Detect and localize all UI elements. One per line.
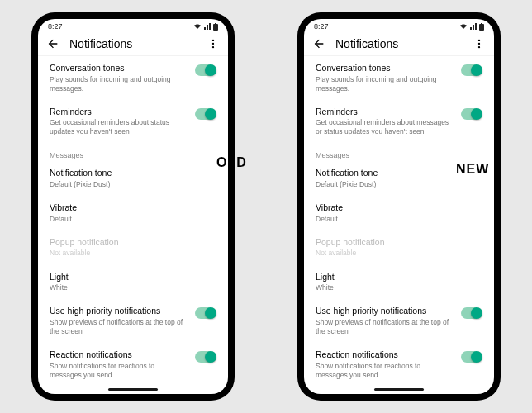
status-bar: 8:27 bbox=[38, 19, 228, 32]
status-time: 8:27 bbox=[48, 22, 63, 31]
row-subtitle: Show previews of notifications at the to… bbox=[50, 318, 188, 336]
row-subtitle: White bbox=[50, 283, 210, 292]
row-title: Vibrate bbox=[316, 202, 476, 214]
row-subtitle: Show previews of notifications at the to… bbox=[316, 318, 454, 336]
svg-rect-1 bbox=[215, 23, 216, 24]
section-header-messages: Messages bbox=[50, 143, 216, 161]
toggle-reminders[interactable] bbox=[195, 108, 216, 120]
status-icons bbox=[459, 23, 484, 31]
row-light[interactable]: LightWhite bbox=[316, 265, 482, 300]
svg-point-2 bbox=[212, 40, 214, 41]
svg-point-9 bbox=[478, 46, 480, 48]
row-popup-notification: Popup notificationNot available bbox=[50, 230, 216, 265]
label-new: NEW bbox=[456, 162, 489, 177]
svg-point-4 bbox=[212, 46, 214, 48]
row-subtitle: Get occasional reminders about status up… bbox=[50, 118, 188, 136]
row-title: Reminders bbox=[50, 107, 188, 118]
svg-point-7 bbox=[478, 40, 480, 41]
row-title: Vibrate bbox=[50, 202, 210, 214]
comparison-stage: 8:27 Notifications Conversation tone bbox=[0, 0, 532, 413]
toggle-conversation-tones[interactable] bbox=[461, 64, 482, 76]
row-vibrate[interactable]: VibrateDefault bbox=[50, 196, 216, 230]
svg-rect-5 bbox=[479, 24, 484, 31]
back-arrow-icon[interactable] bbox=[312, 37, 325, 50]
phone-frame-new: 8:27 Notifications Conversation tone bbox=[297, 12, 501, 401]
row-subtitle: Not available bbox=[50, 249, 210, 258]
signal-icon bbox=[204, 23, 211, 30]
row-popup-notification: Popup notificationNot available bbox=[316, 230, 482, 265]
row-title: Conversation tones bbox=[50, 63, 188, 74]
row-subtitle: Get occasional reminders about messages … bbox=[316, 118, 454, 136]
row-title: Reaction notifications bbox=[316, 349, 454, 361]
row-subtitle: Show notifications for reactions to mess… bbox=[50, 362, 188, 380]
toggle-reaction-notifications[interactable] bbox=[195, 351, 216, 363]
row-subtitle: Not available bbox=[316, 249, 476, 258]
row-title: Reaction notifications bbox=[50, 349, 188, 361]
svg-point-3 bbox=[212, 43, 214, 45]
row-reminders[interactable]: RemindersGet occasional reminders about … bbox=[50, 100, 216, 144]
row-subtitle: Default (Pixie Dust) bbox=[50, 180, 210, 189]
row-title: Reminders bbox=[316, 107, 454, 118]
status-time: 8:27 bbox=[314, 22, 329, 31]
page-title: Notifications bbox=[335, 37, 473, 50]
row-subtitle: Show notifications for reactions to mess… bbox=[316, 362, 454, 380]
row-subtitle: Default bbox=[316, 215, 476, 224]
settings-list: Conversation tonesPlay sounds for incomi… bbox=[38, 56, 228, 394]
app-header: Notifications bbox=[38, 32, 228, 56]
wifi-icon bbox=[193, 23, 202, 30]
row-subtitle: Play sounds for incoming and outgoing me… bbox=[316, 75, 454, 93]
label-old: OLD bbox=[216, 155, 247, 170]
row-conversation-tones[interactable]: Conversation tonesPlay sounds for incomi… bbox=[50, 56, 216, 100]
row-title: Light bbox=[50, 272, 210, 283]
section-header-messages: Messages bbox=[316, 143, 482, 161]
back-arrow-icon[interactable] bbox=[46, 37, 59, 50]
row-title: Popup notification bbox=[50, 237, 210, 249]
phone-frame-old: 8:27 Notifications Conversation tone bbox=[31, 12, 235, 401]
toggle-reaction-notifications[interactable] bbox=[461, 351, 482, 363]
row-subtitle: Default (Pixie Dust) bbox=[316, 180, 476, 189]
status-bar: 8:27 bbox=[304, 19, 494, 32]
svg-rect-6 bbox=[481, 23, 482, 24]
battery-icon bbox=[213, 23, 218, 31]
row-vibrate[interactable]: VibrateDefault bbox=[316, 196, 482, 230]
page-title: Notifications bbox=[69, 37, 207, 50]
toggle-high-priority[interactable] bbox=[461, 307, 482, 319]
svg-point-8 bbox=[478, 43, 480, 45]
row-reaction-notifications[interactable]: Reaction notificationsShow notifications… bbox=[316, 343, 482, 387]
row-title: Popup notification bbox=[316, 237, 476, 249]
row-high-priority[interactable]: Use high priority notificationsShow prev… bbox=[50, 299, 216, 343]
signal-icon bbox=[470, 23, 477, 30]
screen-old: 8:27 Notifications Conversation tone bbox=[38, 19, 228, 394]
toggle-high-priority[interactable] bbox=[195, 307, 216, 319]
row-high-priority[interactable]: Use high priority notificationsShow prev… bbox=[316, 299, 482, 343]
row-title: Use high priority notifications bbox=[50, 306, 188, 317]
screen-new: 8:27 Notifications Conversation tone bbox=[304, 19, 494, 394]
settings-list: Conversation tonesPlay sounds for incomi… bbox=[304, 56, 494, 394]
row-reminders[interactable]: RemindersGet occasional reminders about … bbox=[316, 100, 482, 144]
toggle-reminders[interactable] bbox=[461, 108, 482, 120]
row-subtitle: Play sounds for incoming and outgoing me… bbox=[50, 75, 188, 93]
row-title: Notification tone bbox=[316, 168, 476, 179]
row-title: Light bbox=[316, 272, 476, 283]
status-icons bbox=[193, 23, 218, 31]
wifi-icon bbox=[459, 23, 468, 30]
row-notification-tone[interactable]: Notification toneDefault (Pixie Dust) bbox=[50, 161, 216, 196]
home-indicator[interactable] bbox=[108, 388, 158, 391]
row-conversation-tones[interactable]: Conversation tonesPlay sounds for incomi… bbox=[316, 56, 482, 100]
row-title: Notification tone bbox=[50, 168, 210, 179]
row-light[interactable]: LightWhite bbox=[50, 265, 216, 300]
row-title: Use high priority notifications bbox=[316, 306, 454, 317]
toggle-conversation-tones[interactable] bbox=[195, 64, 216, 76]
row-title: Conversation tones bbox=[316, 63, 454, 74]
row-subtitle: White bbox=[316, 283, 476, 292]
battery-icon bbox=[479, 23, 484, 31]
home-indicator[interactable] bbox=[374, 388, 424, 391]
app-header: Notifications bbox=[304, 32, 494, 56]
more-icon[interactable] bbox=[473, 37, 486, 50]
row-reaction-notifications[interactable]: Reaction notificationsShow notifications… bbox=[50, 343, 216, 387]
row-subtitle: Default bbox=[50, 215, 210, 224]
more-icon[interactable] bbox=[207, 37, 220, 50]
svg-rect-0 bbox=[213, 24, 218, 31]
